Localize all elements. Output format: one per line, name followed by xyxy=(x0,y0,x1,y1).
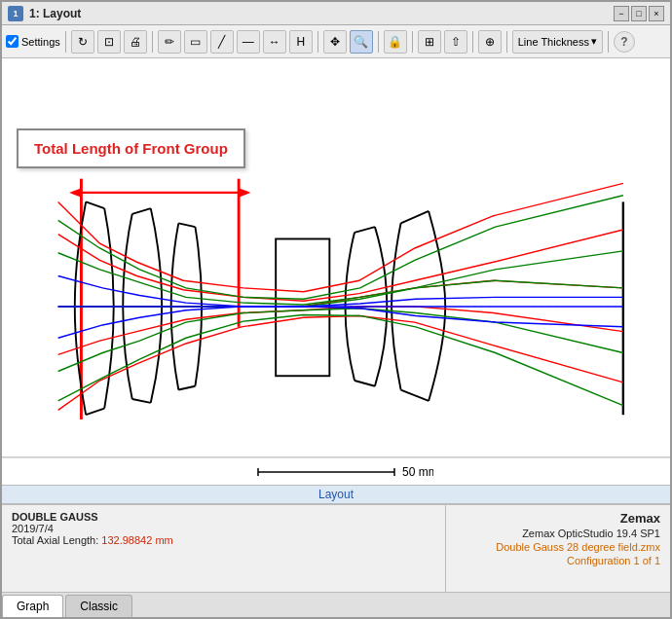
title-bar-controls: − □ × xyxy=(614,6,664,21)
line-thickness-dropdown[interactable]: Line Thickness ▾ xyxy=(512,30,603,54)
rect-button[interactable]: ▭ xyxy=(184,30,207,54)
toolbar: Settings ↻ ⊡ 🖨 ✏ ▭ ╱ — ↔ H ✥ 🔍 🔒 ⊞ ⇧ ⊕ L… xyxy=(2,25,670,58)
arrows-button[interactable]: ↔ xyxy=(263,30,286,54)
status-label: Layout xyxy=(2,485,670,504)
separator-3 xyxy=(317,31,318,53)
settings-checkbox[interactable] xyxy=(6,35,19,48)
canvas-area: Total Length of Front Group xyxy=(2,58,670,457)
line-button[interactable]: ╱ xyxy=(210,30,234,54)
annotation-tooltip: Total Length of Front Group xyxy=(17,128,245,168)
main-content: Total Length of Front Group xyxy=(2,58,670,617)
target-button[interactable]: ⊕ xyxy=(478,30,502,54)
text-button[interactable]: H xyxy=(289,30,313,54)
scale-bar-svg: 50 mm xyxy=(239,461,433,483)
window-title: 1: Layout xyxy=(29,7,81,20)
separator-5 xyxy=(412,31,413,53)
scale-bar-area: 50 mm xyxy=(2,457,670,485)
window-icon: 1 xyxy=(8,6,23,21)
title-bar-left: 1 1: Layout xyxy=(8,6,81,21)
main-window: 1 1: Layout − □ × Settings ↻ ⊡ 🖨 ✏ ▭ ╱ —… xyxy=(0,0,672,619)
axial-length: Total Axial Length: 132.98842 mm xyxy=(12,534,435,546)
separator-7 xyxy=(506,31,507,53)
svg-rect-0 xyxy=(30,58,642,456)
separator-8 xyxy=(608,31,609,53)
axial-length-value: 132.98842 mm xyxy=(101,534,172,546)
dash-button[interactable]: — xyxy=(237,30,260,54)
export-button[interactable]: ⇧ xyxy=(444,30,467,54)
tooltip-text: Total Length of Front Group xyxy=(34,140,228,157)
company-name: Zemax xyxy=(456,511,660,526)
pencil-button[interactable]: ✏ xyxy=(158,30,181,54)
axial-length-label: Total Axial Length: xyxy=(12,534,101,546)
separator-1 xyxy=(65,31,66,53)
scale-label: 50 mm xyxy=(402,465,433,479)
product-name: Zemax OpticStudio 19.4 SP1 xyxy=(456,528,660,539)
move-button[interactable]: ✥ xyxy=(323,30,347,54)
copy-button[interactable]: ⊡ xyxy=(97,30,121,54)
tab-bar: Graph Classic xyxy=(2,592,670,617)
restore-button[interactable]: □ xyxy=(631,6,647,21)
help-button[interactable]: ? xyxy=(614,31,635,53)
lens-diagram xyxy=(2,58,670,456)
minimize-button[interactable]: − xyxy=(614,6,629,21)
config-info: Configuration 1 of 1 xyxy=(456,555,660,566)
line-thickness-chevron: ▾ xyxy=(591,35,597,48)
tab-classic[interactable]: Classic xyxy=(65,595,132,617)
info-left: DOUBLE GAUSS 2019/7/4 Total Axial Length… xyxy=(2,505,446,592)
info-bar: DOUBLE GAUSS 2019/7/4 Total Axial Length… xyxy=(2,504,670,592)
print-button[interactable]: 🖨 xyxy=(124,30,147,54)
design-date: 2019/7/4 xyxy=(12,523,435,534)
design-name: DOUBLE GAUSS xyxy=(12,511,435,523)
file-name: Double Gauss 28 degree field.zmx xyxy=(456,541,660,553)
lock-button[interactable]: 🔒 xyxy=(384,30,407,54)
separator-2 xyxy=(152,31,153,53)
separator-6 xyxy=(472,31,473,53)
zoom-button[interactable]: 🔍 xyxy=(350,30,373,54)
settings-checkbox-group[interactable]: Settings xyxy=(6,35,60,48)
grid-button[interactable]: ⊞ xyxy=(418,30,441,54)
line-thickness-label: Line Thickness xyxy=(518,36,589,48)
tab-graph[interactable]: Graph xyxy=(2,595,63,617)
title-bar: 1 1: Layout − □ × xyxy=(2,2,670,25)
close-button[interactable]: × xyxy=(649,6,664,21)
refresh-button[interactable]: ↻ xyxy=(71,30,94,54)
info-right: Zemax Zemax OpticStudio 19.4 SP1 Double … xyxy=(446,505,670,592)
separator-4 xyxy=(378,31,379,53)
settings-label: Settings xyxy=(21,36,60,48)
